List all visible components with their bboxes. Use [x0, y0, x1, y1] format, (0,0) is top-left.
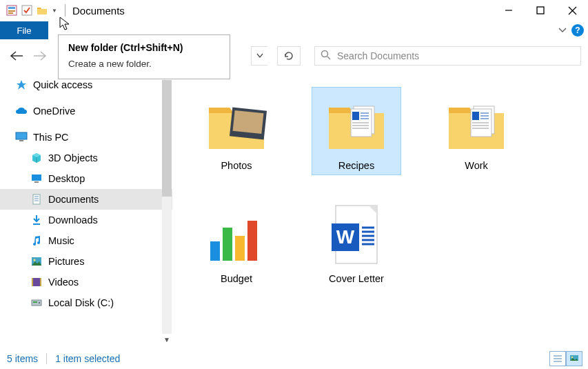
body: Quick access OneDrive This PC 3D Objects… — [0, 69, 588, 345]
svg-rect-1 — [8, 7, 15, 9]
sidebar-item-this-pc[interactable]: This PC — [0, 127, 172, 148]
sidebar-item-videos[interactable]: Videos — [0, 272, 172, 292]
download-icon — [30, 214, 43, 226]
refresh-button[interactable] — [277, 46, 301, 66]
title-bar: ▼ Documents — [0, 0, 588, 21]
disk-icon — [30, 297, 43, 309]
sidebar-scrollbar[interactable]: ▲ ▼ — [161, 69, 172, 345]
checkmark-icon[interactable] — [21, 4, 33, 17]
content-item-recipes[interactable]: Recipes — [312, 87, 401, 175]
title-separator — [65, 4, 65, 17]
sidebar-item-onedrive[interactable]: OneDrive — [0, 101, 172, 121]
maximize-button[interactable] — [525, 0, 556, 21]
monitor-icon — [15, 131, 28, 143]
close-button[interactable] — [556, 0, 588, 21]
tooltip: New folder (Ctrl+Shift+N) Create a new f… — [58, 34, 230, 79]
svg-rect-15 — [33, 195, 40, 204]
sidebar-item-label: Pictures — [48, 256, 84, 267]
search-icon — [321, 50, 332, 63]
chart-icon — [203, 204, 270, 270]
scroll-thumb[interactable] — [162, 80, 172, 197]
videos-icon — [30, 276, 43, 288]
back-button[interactable] — [7, 46, 26, 66]
ribbon-collapse-chevron-icon[interactable] — [558, 25, 567, 36]
svg-point-9 — [322, 50, 328, 57]
sidebar-item-music[interactable]: Music — [0, 230, 172, 251]
svg-rect-51 — [247, 221, 257, 261]
item-label: Cover Letter — [329, 273, 384, 284]
details-view-button[interactable] — [549, 351, 566, 366]
sidebar-item-local-disk-c-[interactable]: Local Disk (C:) — [0, 292, 172, 313]
folder-photos-icon — [203, 91, 270, 157]
new-folder-icon[interactable] — [36, 4, 48, 17]
svg-rect-41 — [472, 112, 479, 120]
window-controls — [493, 0, 588, 21]
svg-rect-26 — [33, 301, 37, 303]
svg-rect-23 — [32, 278, 33, 286]
star-icon — [15, 79, 28, 91]
word-icon: W — [323, 204, 389, 270]
item-label: Work — [465, 160, 488, 171]
content-item-work[interactable]: Work — [432, 87, 521, 175]
svg-rect-14 — [34, 181, 39, 183]
svg-rect-13 — [32, 174, 41, 181]
folder-docs-icon — [443, 91, 509, 157]
content-item-photos[interactable]: Photos — [192, 87, 281, 175]
sidebar-item-label: Desktop — [48, 173, 85, 184]
sidebar-item-label: OneDrive — [33, 106, 75, 117]
icons-view-button[interactable] — [566, 351, 582, 366]
sidebar-item-desktop[interactable]: Desktop — [0, 168, 172, 189]
cloud-icon — [15, 105, 28, 117]
svg-rect-49 — [223, 228, 232, 261]
qat-dropdown-icon[interactable]: ▼ — [51, 8, 58, 14]
quick-access-toolbar: ▼ — [0, 4, 58, 17]
view-toggle-group — [549, 351, 582, 366]
svg-line-10 — [327, 57, 330, 59]
svg-point-64 — [571, 357, 573, 358]
sidebar-item-label: Local Disk (C:) — [48, 297, 114, 308]
sidebar-item-label: Quick access — [33, 79, 92, 90]
content-area[interactable]: PhotosRecipesWorkBudgetWCover Letter — [172, 69, 588, 345]
search-placeholder: Search Documents — [337, 50, 419, 61]
sidebar-item-3d-objects[interactable]: 3D Objects — [0, 148, 172, 168]
sidebar-item-downloads[interactable]: Downloads — [0, 210, 172, 230]
svg-rect-2 — [8, 10, 15, 12]
minimize-button[interactable] — [493, 0, 525, 21]
folder-docs-icon — [323, 91, 389, 157]
sidebar-item-label: Music — [48, 235, 74, 246]
content-item-budget[interactable]: Budget — [192, 200, 281, 288]
sidebar: Quick access OneDrive This PC 3D Objects… — [0, 69, 172, 345]
music-icon — [30, 235, 43, 247]
item-label: Photos — [221, 160, 252, 171]
cube3d-icon — [30, 152, 43, 164]
tooltip-title: New folder (Ctrl+Shift+N) — [68, 42, 220, 53]
item-label: Recipes — [338, 160, 374, 171]
scroll-track[interactable] — [162, 80, 172, 334]
status-selection: 1 item selected — [55, 353, 120, 364]
sidebar-item-pictures[interactable]: Pictures — [0, 251, 172, 272]
forward-button[interactable] — [30, 46, 50, 66]
properties-icon[interactable] — [6, 4, 18, 17]
content-item-cover-letter[interactable]: WCover Letter — [312, 200, 401, 288]
svg-rect-48 — [210, 241, 220, 261]
svg-rect-50 — [235, 236, 245, 261]
svg-rect-3 — [8, 12, 13, 14]
document-icon — [30, 193, 43, 206]
svg-rect-12 — [19, 140, 23, 141]
status-bar: 5 items 1 item selected — [0, 348, 588, 369]
file-tab[interactable]: File — [0, 21, 48, 39]
sidebar-item-documents[interactable]: Documents — [0, 189, 172, 210]
svg-point-27 — [39, 302, 40, 303]
pictures-icon — [30, 255, 43, 268]
help-icon[interactable]: ? — [571, 24, 584, 37]
svg-rect-6 — [537, 7, 544, 14]
address-dropdown-icon[interactable] — [251, 46, 267, 66]
svg-rect-24 — [40, 278, 41, 286]
window-title: Documents — [72, 5, 125, 17]
scroll-down-icon[interactable]: ▼ — [161, 334, 172, 345]
sidebar-item-label: Documents — [48, 194, 99, 205]
svg-text:W: W — [336, 226, 355, 248]
search-input[interactable]: Search Documents — [314, 46, 581, 66]
svg-rect-22 — [32, 278, 41, 286]
svg-rect-11 — [16, 132, 27, 139]
